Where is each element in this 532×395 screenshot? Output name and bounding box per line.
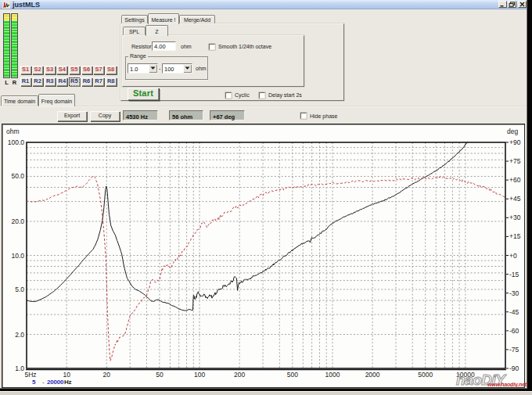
x-tick-label: 100 [194,371,205,379]
screen: justMLS L R S1S2S3S4S5S6S7S8 R1R2R3R4R5R… [0,0,532,395]
x-tick-label: 10000 [456,371,475,379]
right-tick-label: +30 [509,214,521,221]
tab-z[interactable]: Z [146,25,168,36]
right-tick-label: +90 [509,138,521,146]
right-tick-label: -60 [509,327,519,335]
right-tick-label: +45 [509,195,521,203]
tab-freq-domain[interactable]: Freq domain [38,94,75,106]
left-tick-label: 50.0 [11,172,24,180]
tab-measure-[interactable]: Measure ! [148,13,179,24]
right-tick-label: -15 [509,271,519,278]
x-tick-label: 1000 [325,371,340,379]
status-range-to: 20000 [47,379,63,386]
chart-grid [27,142,505,368]
left-axis-title: ohm [6,127,20,135]
right-tick-label: -90 [509,364,519,372]
left-tick-label: 10.0 [11,252,24,260]
right-tick-label: +60 [509,176,521,184]
x-tick-label: 500 [287,371,298,379]
app-window: justMLS L R S1S2S3S4S5S6S7S8 R1R2R3R4R5R… [0,0,527,389]
status-range-from: 5 [32,379,35,386]
right-tick-label: +0 [509,252,517,260]
taskbar-edge[interactable] [0,391,532,395]
x-tick-label: 10 [63,371,70,379]
x-tick-label: 5000 [418,371,433,379]
right-tick-label: -75 [509,346,519,354]
impedance-phase-chart: ohmdeg100.050.020.010.05.02.01.0+90+75+6… [0,0,532,395]
x-tick-label: 2000 [365,371,380,379]
left-tick-label: 1.0 [15,364,24,372]
right-axis-title: deg [507,127,518,135]
x-tick-label: 5Hz [25,371,37,379]
x-tick-label: 200 [234,371,245,379]
left-tick-label: 20.0 [11,217,24,225]
left-tick-label: 2.0 [15,331,24,339]
status-range-separator: - [42,379,44,386]
right-tick-label: -30 [509,289,519,297]
right-tick-label: +15 [509,232,521,240]
x-tick-label: 50 [156,371,164,379]
left-tick-label: 100.0 [8,138,25,146]
status-range-unit: Hz [64,379,71,386]
x-tick-label: 20 [103,371,111,379]
left-tick-label: 5.0 [15,285,24,293]
right-tick-label: -45 [509,308,519,316]
right-tick-label: +75 [509,157,521,165]
